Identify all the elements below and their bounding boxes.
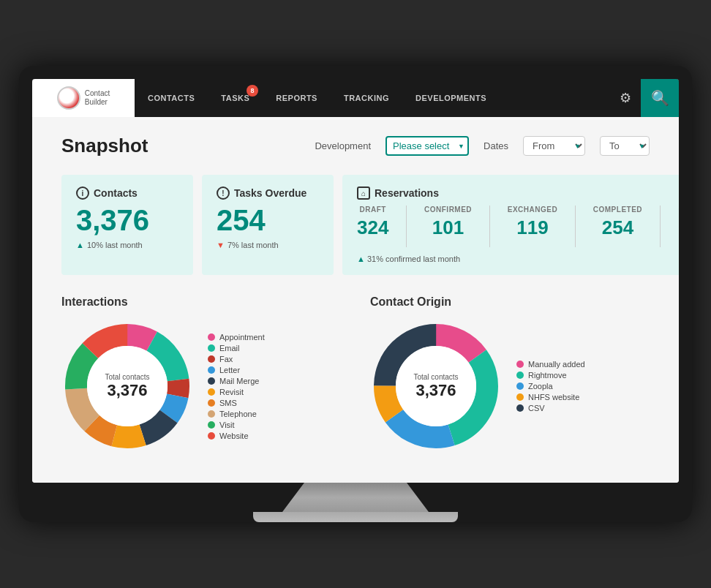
res-exchanged: EXCHANGED 119 [508,206,557,247]
res-cancelled-draft: CANCELLED DRAFT 431 [678,206,679,247]
contacts-card: i Contacts 3,376 ▲ 10% last month [61,175,193,275]
settings-icon[interactable]: ⚙ [610,79,641,117]
contacts-arrow-up-icon: ▲ [76,241,84,249]
logo-circle [57,86,80,110]
from-select[interactable]: From [523,136,585,156]
legend-item-mailmerge: Mail Merge [208,377,265,385]
reservations-icon: ⌂ [357,186,370,200]
to-select-wrapper: To [600,136,650,156]
interactions-donut-center: Total contacts 3,376 [105,373,149,400]
dates-label: Dates [484,140,508,151]
nav-item-tasks[interactable]: TASKS 8 [208,79,263,117]
monitor-outer: ContactBuilder CONTACTS TASKS 8 REPORTS … [19,66,692,522]
reservations-arrow-icon: ▲ [357,255,365,263]
nav-item-reports[interactable]: REPORTS [263,79,331,117]
contacts-icon: i [76,186,89,200]
reservations-footer: ▲ 31% confirmed last month [357,255,679,263]
logo-text: ContactBuilder [85,89,110,107]
tasks-value: 254 [217,206,319,235]
reservations-title: Reservations [375,187,439,199]
origin-title: Contact Origin [370,295,650,309]
interactions-legend: Appointment Email Fax [208,333,265,440]
navbar: ContactBuilder CONTACTS TASKS 8 REPORTS … [32,79,679,117]
interactions-title: Interactions [61,295,341,309]
res-draft: DRAFT 324 [357,206,388,247]
contacts-change: ▲ 10% last month [76,241,178,249]
legend-item-nhfs: NHFS website [516,393,585,402]
development-label: Development [315,140,371,151]
legend-item-manually: Manually added [516,360,585,369]
from-select-wrapper: From [523,136,585,156]
development-select[interactable]: Please select [385,136,469,156]
to-select[interactable]: To [600,136,650,156]
origin-section: Contact Origin [370,295,650,452]
legend-item-csv: CSV [516,404,585,412]
interactions-chart-container: Total contacts 3,376 Appointment [61,320,341,452]
legend-item-visit: Visit [208,421,265,429]
development-select-wrapper: Please select [385,136,469,156]
legend-item-telephone: Telephone [208,410,265,418]
monitor-base [253,512,458,522]
tasks-change: ▼ 7% last month [217,241,319,249]
interactions-donut: Total contacts 3,376 [61,320,193,452]
tasks-arrow-down-icon: ▼ [217,241,225,249]
nav-item-developments[interactable]: DEVELOPMENTS [402,79,500,117]
snapshot-header: Snapshot Development Please select Dates… [61,135,650,157]
search-icon[interactable]: 🔍 [641,79,679,117]
page-title: Snapshot [61,135,148,157]
stats-row: i Contacts 3,376 ▲ 10% last month ! Task… [61,175,650,275]
main-content: Snapshot Development Please select Dates… [32,117,679,483]
origin-legend: Manually added Rightmove Zoopla [516,360,585,412]
nav-item-contacts[interactable]: CONTACTS [135,79,208,117]
monitor-stand [282,483,429,512]
legend-item-appointment: Appointment [208,333,265,342]
nav-item-tracking[interactable]: TRACKING [331,79,402,117]
tasks-title: Tasks Overdue [234,187,306,199]
reservations-card: ⌂ Reservations DRAFT 324 CONFIRMED 101 [342,175,679,275]
legend-item-zoopla: Zoopla [516,382,585,391]
reservations-grid: DRAFT 324 CONFIRMED 101 EXCHANGED 119 [357,206,679,247]
legend-item-website: Website [208,431,265,440]
origin-chart-container: Total contacts 3,376 Manually added [370,320,650,452]
legend-item-fax: Fax [208,355,265,363]
tasks-badge: 8 [247,85,258,97]
origin-donut-center: Total contacts 3,376 [413,373,458,400]
legend-item-letter: Letter [208,366,265,374]
interactions-section: Interactions [61,295,341,452]
origin-donut: Total contacts 3,376 [370,320,502,452]
monitor-screen: ContactBuilder CONTACTS TASKS 8 REPORTS … [32,79,679,483]
contacts-title: Contacts [94,187,138,199]
legend-item-revisit: Revisit [208,388,265,396]
tasks-card: ! Tasks Overdue 254 ▼ 7% last month [202,175,334,275]
charts-row: Interactions [61,295,650,452]
legend-item-sms: SMS [208,399,265,407]
legend-item-email: Email [208,344,265,353]
contacts-value: 3,376 [76,206,178,235]
res-completed: COMPLETED 254 [593,206,642,247]
legend-item-rightmove: Rightmove [516,371,585,380]
res-confirmed: CONFIRMED 101 [424,206,472,247]
logo-area: ContactBuilder [32,79,135,117]
tasks-icon: ! [217,186,230,200]
